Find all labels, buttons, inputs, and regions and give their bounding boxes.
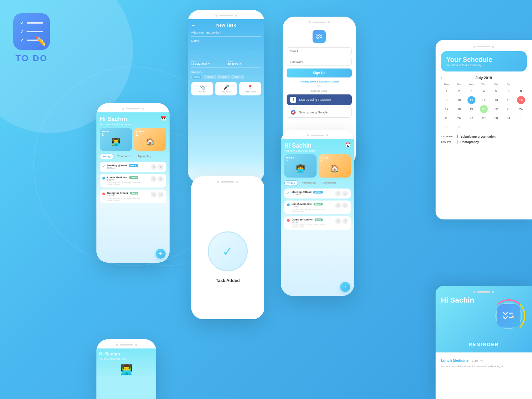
reminder-label: REMINDER (469, 342, 499, 347)
google-signup-button[interactable]: Sign up using Google (287, 107, 352, 118)
tab-upcoming[interactable]: Upcoming (135, 154, 154, 159)
event-2-bar (457, 140, 458, 144)
calendar: ‹ July 2019 › Mon Tue Wed Thu Fri Sa 1 2… (441, 75, 527, 144)
day-9[interactable]: 9 (443, 96, 451, 104)
day-26[interactable]: 26 (455, 114, 463, 122)
day-19[interactable]: 19 (467, 105, 475, 113)
home-img-2: 🏠 (321, 164, 349, 173)
tab-upcoming-2[interactable]: Upcoming (320, 180, 338, 186)
task-item-2a[interactable]: ✔ Meeting @Head WORK 11:30 Am ✎ ↗ (284, 189, 351, 199)
day-1[interactable]: 1 (443, 87, 451, 95)
day-16-event[interactable]: 16 (517, 96, 525, 104)
schedule-event-1[interactable]: 12:00 Pm Submit app presentation (441, 135, 527, 138)
work-label-2: WORK (286, 157, 315, 159)
day-11-today[interactable]: 11 (467, 96, 475, 104)
share-btn-2b[interactable]: ↗ (342, 202, 348, 208)
tab-today-2[interactable]: Today (284, 180, 298, 186)
tab-today[interactable]: Today (100, 154, 113, 159)
email-input[interactable] (287, 47, 352, 55)
task-item[interactable]: Going for Dinner Extra 1:30 Pm Loream sp… (100, 190, 166, 203)
day-29[interactable]: 29 (480, 114, 488, 122)
time-value[interactable]: 12:00 Pm ▾ (228, 63, 261, 66)
password-field[interactable] (287, 58, 352, 66)
share-btn-2a[interactable]: ↗ (342, 191, 348, 197)
tab-tomorrow-2[interactable]: Tommorow (299, 180, 319, 186)
day-8[interactable]: 8 (517, 87, 525, 95)
calendar-icon[interactable]: 📅 (161, 116, 166, 121)
add-location-btn[interactable]: 📍 Add Location (239, 82, 261, 95)
task-item[interactable]: Lunch Medicine Health 1:30 Pm Loream spe… (100, 174, 166, 188)
email-field[interactable] (287, 47, 352, 55)
fab-button-2[interactable]: + (340, 282, 350, 292)
tab-bar-2: Today Tommorow Upcoming (284, 180, 351, 186)
day-22[interactable]: 22 (492, 105, 500, 113)
day-23[interactable]: 23 (505, 105, 513, 113)
back-button[interactable]: ← (191, 23, 196, 28)
edit-btn[interactable]: ✎ (151, 192, 157, 198)
tag-health[interactable]: Health (217, 75, 230, 79)
event-1-bar (457, 135, 458, 138)
tag-work[interactable]: Work (191, 75, 202, 79)
home-img: 🏠 (136, 138, 164, 146)
day-3[interactable]: 3 (467, 87, 475, 95)
signup-button[interactable]: Sign Up (287, 68, 352, 77)
edit-btn[interactable]: ✎ (151, 164, 157, 170)
checklist-logo-svg (316, 34, 323, 40)
home-card[interactable]: HOME 1 🏠 (134, 128, 166, 151)
day-27[interactable]: 27 (467, 114, 475, 122)
day-2[interactable]: 2 (455, 87, 463, 95)
add-voice-btn[interactable]: 🎤 Add Voice (215, 82, 237, 95)
schedule-event-2[interactable]: 5:00 Pm Photography (441, 140, 527, 144)
day-30[interactable]: 30 (492, 114, 500, 122)
day-5[interactable]: 5 (492, 87, 500, 95)
day-15[interactable]: 15 (505, 96, 513, 104)
next-month-btn[interactable]: › (525, 75, 527, 80)
calendar-icon-2[interactable]: 📅 (345, 142, 351, 148)
day-24[interactable]: 24 (517, 105, 525, 113)
edit-btn-2a[interactable]: ✎ (335, 191, 341, 197)
prev-month-btn[interactable]: ‹ (441, 75, 442, 80)
phone-notch-6 (96, 339, 156, 348)
share-btn[interactable]: ↗ (158, 164, 164, 170)
day-18[interactable]: 18 (455, 105, 463, 113)
day-31[interactable]: 31 (505, 114, 513, 122)
work-card[interactable]: WORK 2 👨‍💻 (100, 128, 132, 151)
edit-btn-2b[interactable]: ✎ (335, 202, 341, 208)
task-actions-2a: ✎ ↗ (335, 191, 348, 197)
task-content: Going for Dinner Extra 1:30 Pm Loream sp… (107, 192, 149, 201)
share-btn[interactable]: ↗ (158, 176, 164, 182)
day-6[interactable]: 6 (505, 87, 513, 95)
share-btn[interactable]: ↗ (158, 192, 164, 198)
day-13[interactable]: 13 (492, 96, 500, 104)
task-item-2b[interactable]: Lunch Medicine Health 1:30 Pm Loream lor… (284, 200, 351, 214)
task-item[interactable]: ✔ Meeting @Head WORK 11:30 Am ✎ ↗ (100, 162, 166, 172)
fab-button[interactable]: + (156, 249, 166, 259)
task-item-2c[interactable]: Going for Dinner Extra 1:30 Pm Loream sp… (284, 216, 351, 230)
tag-add[interactable]: Add + (231, 75, 244, 79)
share-btn-2c[interactable]: ↗ (342, 218, 348, 224)
day-next-3[interactable]: 3 (455, 123, 463, 131)
attachment-actions: 📎 Add file 🎤 Add Voice 📍 Add Location (191, 82, 261, 95)
day-10[interactable]: 10 (455, 96, 463, 104)
day-12[interactable]: 12 (480, 96, 488, 104)
add-file-btn[interactable]: 📎 Add file (191, 82, 213, 95)
phone-task-added: ✓ Task Added (191, 176, 264, 319)
day-17[interactable]: 17 (443, 105, 451, 113)
tag-home[interactable]: Home (204, 75, 216, 79)
login-link[interactable]: Login (332, 80, 339, 83)
date-value[interactable]: 11 July, 2019 ▾ (191, 63, 224, 66)
home-card-2[interactable]: HOME 1 🏠 (319, 154, 351, 178)
facebook-signup-button[interactable]: f Sign up using Facebook (287, 94, 352, 105)
tab-tomorrow[interactable]: Tommorow (115, 154, 134, 159)
work-card-2[interactable]: WORK 2 👨‍💻 (284, 154, 317, 178)
day-next-1[interactable]: 1 (517, 114, 525, 122)
day-4[interactable]: 4 (480, 87, 488, 95)
day-20-other[interactable]: 20 (480, 105, 488, 113)
day-25[interactable]: 25 (443, 114, 451, 122)
edit-btn[interactable]: ✎ (151, 176, 157, 182)
edit-btn-2c[interactable]: ✎ (335, 218, 341, 224)
phone-5-screen: Hi Sachin You have 3 tasks for today 📅 W… (281, 139, 354, 296)
password-input[interactable] (287, 58, 352, 66)
task-actions: ✎ ↗ (151, 176, 164, 182)
day-next-2[interactable]: 2 (443, 123, 451, 131)
